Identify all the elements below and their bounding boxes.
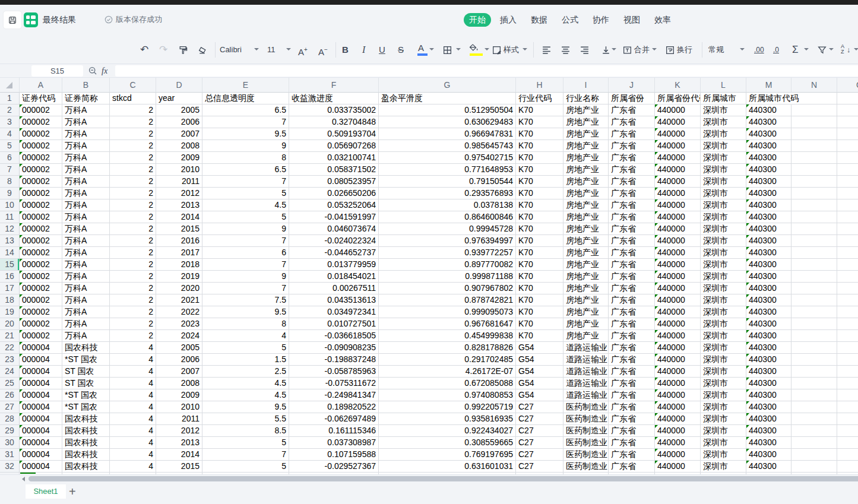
- column-header-A[interactable]: A: [20, 78, 62, 93]
- row-header-11[interactable]: 11: [0, 211, 20, 223]
- cell[interactable]: 深圳市: [701, 199, 746, 211]
- cell[interactable]: [791, 354, 837, 366]
- cell[interactable]: 2: [110, 271, 156, 283]
- cell[interactable]: 2012: [156, 425, 202, 437]
- row-header-27[interactable]: 27: [0, 401, 20, 413]
- cell[interactable]: [837, 93, 858, 104]
- cell[interactable]: 440000: [655, 283, 701, 294]
- cell[interactable]: 000002: [20, 199, 62, 211]
- cell[interactable]: 9: [202, 140, 289, 152]
- cell[interactable]: 房地产业: [563, 104, 609, 116]
- cell[interactable]: 盈余平滑度: [379, 93, 516, 104]
- cell[interactable]: 000004: [20, 401, 62, 413]
- cell[interactable]: K70: [516, 164, 563, 176]
- cell[interactable]: 医药制造业: [563, 449, 609, 461]
- cell[interactable]: [791, 306, 837, 318]
- cell[interactable]: 2013: [156, 437, 202, 449]
- cell[interactable]: 440000: [655, 259, 701, 271]
- cell[interactable]: 0.967681647: [379, 318, 516, 330]
- cell[interactable]: 9.5: [202, 306, 289, 318]
- cell[interactable]: [791, 318, 837, 330]
- cell[interactable]: 国农科技: [62, 342, 110, 354]
- cell[interactable]: [837, 413, 858, 425]
- cell[interactable]: 000002: [20, 223, 62, 235]
- cell[interactable]: 2011: [156, 413, 202, 425]
- row-header-32[interactable]: 32: [0, 461, 20, 473]
- font-color-caret[interactable]: [429, 48, 434, 50]
- cell[interactable]: 440300: [746, 199, 791, 211]
- cell[interactable]: 7: [202, 259, 289, 271]
- tab-home[interactable]: 开始: [464, 13, 491, 27]
- row-header-5[interactable]: 5: [0, 140, 20, 152]
- cell[interactable]: 440300: [746, 425, 791, 437]
- cell[interactable]: 深圳市: [701, 271, 746, 283]
- cell[interactable]: 0.769197695: [379, 449, 516, 461]
- cell[interactable]: 440300: [746, 449, 791, 461]
- cell[interactable]: 4: [110, 425, 156, 437]
- cell[interactable]: 2013: [156, 199, 202, 211]
- cell[interactable]: 000002: [20, 306, 62, 318]
- cell[interactable]: *ST 国农: [62, 354, 110, 366]
- cell[interactable]: 440300: [746, 294, 791, 306]
- cell[interactable]: 房地产业: [563, 211, 609, 223]
- cell[interactable]: 0.966947831: [379, 128, 516, 140]
- cell[interactable]: 2005: [156, 342, 202, 354]
- cell[interactable]: 440300: [746, 104, 791, 116]
- font-size-select[interactable]: 11: [267, 44, 276, 56]
- cell[interactable]: [791, 461, 837, 473]
- cell[interactable]: 4.5: [202, 389, 289, 401]
- cell[interactable]: 2005: [156, 104, 202, 116]
- cell[interactable]: 2: [110, 128, 156, 140]
- cell[interactable]: [837, 389, 858, 401]
- spreadsheet-grid[interactable]: ABCDEFGHIJKLMNO1证券代码证券简称stkcdyear总信息透明度收…: [0, 78, 858, 475]
- cell[interactable]: 000002: [20, 235, 62, 247]
- cell[interactable]: 深圳市: [701, 211, 746, 223]
- cell[interactable]: 440000: [655, 199, 701, 211]
- cell[interactable]: 房地产业: [563, 116, 609, 128]
- cell[interactable]: K70: [516, 188, 563, 199]
- row-header-12[interactable]: 12: [0, 223, 20, 235]
- cell[interactable]: 2006: [156, 354, 202, 366]
- italic-button[interactable]: I: [362, 44, 365, 56]
- cell[interactable]: 深圳市: [701, 425, 746, 437]
- sort-button[interactable]: AZ: [841, 44, 844, 56]
- borders-caret[interactable]: [456, 48, 461, 50]
- cell[interactable]: 所属城市: [701, 93, 746, 104]
- cell[interactable]: 万科A: [62, 271, 110, 283]
- cell[interactable]: 440000: [655, 425, 701, 437]
- cell[interactable]: 2010: [156, 164, 202, 176]
- cell[interactable]: 7: [202, 116, 289, 128]
- cell[interactable]: 000004: [20, 378, 62, 389]
- cell[interactable]: K70: [516, 223, 563, 235]
- cell[interactable]: 440000: [655, 378, 701, 389]
- cell[interactable]: 2008: [156, 378, 202, 389]
- cell[interactable]: -0.024022324: [289, 235, 379, 247]
- cell[interactable]: 440300: [746, 223, 791, 235]
- row-header-4[interactable]: 4: [0, 128, 20, 140]
- bold-button[interactable]: B: [342, 44, 349, 56]
- cell[interactable]: [837, 164, 858, 176]
- cell[interactable]: 房地产业: [563, 188, 609, 199]
- cell[interactable]: K70: [516, 176, 563, 188]
- name-box[interactable]: S15: [31, 65, 83, 77]
- column-header-B[interactable]: B: [62, 78, 110, 93]
- cell[interactable]: 440000: [655, 223, 701, 235]
- cell[interactable]: 7: [202, 449, 289, 461]
- cell[interactable]: 0.043513613: [289, 294, 379, 306]
- cell[interactable]: K70: [516, 330, 563, 342]
- cell[interactable]: 0.672085088: [379, 378, 516, 389]
- cell[interactable]: 000002: [20, 140, 62, 152]
- cell[interactable]: 2: [110, 330, 156, 342]
- cell[interactable]: 5: [202, 211, 289, 223]
- cell[interactable]: 2: [110, 104, 156, 116]
- cell[interactable]: K70: [516, 306, 563, 318]
- cell[interactable]: K70: [516, 140, 563, 152]
- cell[interactable]: 440000: [655, 437, 701, 449]
- cell[interactable]: 0.056907268: [289, 140, 379, 152]
- cell[interactable]: [791, 330, 837, 342]
- cell[interactable]: 7: [202, 176, 289, 188]
- cell[interactable]: 440000: [655, 176, 701, 188]
- cell[interactable]: 2015: [156, 223, 202, 235]
- cell[interactable]: 0.999871188: [379, 271, 516, 283]
- cell[interactable]: 000004: [20, 425, 62, 437]
